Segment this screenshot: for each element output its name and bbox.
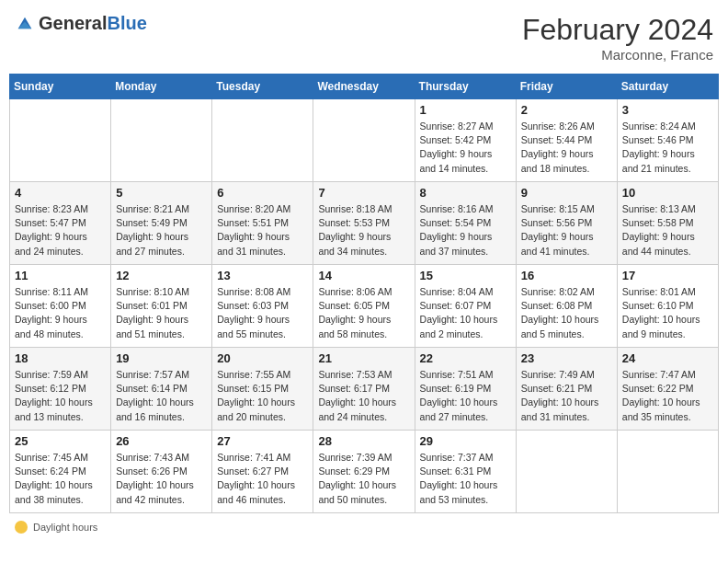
- location-subtitle: Marconne, France: [522, 47, 713, 63]
- calendar-day-7: 7Sunrise: 8:18 AM Sunset: 5:53 PM Daylig…: [313, 182, 415, 265]
- day-info: Sunrise: 8:13 AM Sunset: 5:58 PM Dayligh…: [622, 202, 713, 259]
- day-info: Sunrise: 7:39 AM Sunset: 6:29 PM Dayligh…: [318, 451, 409, 507]
- day-number: 11: [15, 269, 106, 282]
- day-info: Sunrise: 8:21 AM Sunset: 5:49 PM Dayligh…: [116, 202, 207, 259]
- day-number: 2: [521, 103, 612, 117]
- logo-text: GeneralBlue: [39, 13, 147, 34]
- calendar-day-6: 6Sunrise: 8:20 AM Sunset: 5:51 PM Daylig…: [212, 182, 313, 265]
- day-info: Sunrise: 8:24 AM Sunset: 5:46 PM Dayligh…: [622, 120, 713, 176]
- month-year-title: February 2024: [522, 13, 713, 47]
- day-info: Sunrise: 8:06 AM Sunset: 6:05 PM Dayligh…: [318, 285, 409, 341]
- day-number: 9: [521, 186, 612, 200]
- day-number: 29: [420, 434, 511, 448]
- day-info: Sunrise: 7:41 AM Sunset: 6:27 PM Dayligh…: [217, 451, 308, 507]
- title-area: February 2024 Marconne, France: [522, 13, 713, 63]
- calendar-empty-cell: [212, 99, 313, 182]
- day-number: 4: [15, 186, 106, 200]
- calendar-day-4: 4Sunrise: 8:23 AM Sunset: 5:47 PM Daylig…: [10, 182, 111, 265]
- calendar-week-row: 4Sunrise: 8:23 AM Sunset: 5:47 PM Daylig…: [10, 182, 719, 265]
- calendar-day-22: 22Sunrise: 7:51 AM Sunset: 6:19 PM Dayli…: [415, 348, 516, 431]
- weekday-header-row: SundayMondayTuesdayWednesdayThursdayFrid…: [10, 75, 719, 99]
- day-number: 21: [318, 351, 409, 365]
- calendar-day-25: 25Sunrise: 7:45 AM Sunset: 6:24 PM Dayli…: [10, 431, 111, 513]
- day-number: 27: [217, 434, 308, 448]
- logo-general: General: [39, 13, 107, 33]
- calendar-day-8: 8Sunrise: 8:16 AM Sunset: 5:54 PM Daylig…: [415, 182, 516, 265]
- day-number: 1: [420, 103, 511, 117]
- calendar-day-19: 19Sunrise: 7:57 AM Sunset: 6:14 PM Dayli…: [111, 348, 212, 431]
- day-number: 8: [420, 186, 511, 200]
- day-info: Sunrise: 7:53 AM Sunset: 6:17 PM Dayligh…: [318, 368, 409, 424]
- day-info: Sunrise: 8:26 AM Sunset: 5:44 PM Dayligh…: [521, 120, 612, 176]
- calendar-empty-cell: [111, 99, 212, 182]
- calendar-day-18: 18Sunrise: 7:59 AM Sunset: 6:12 PM Dayli…: [10, 348, 111, 431]
- day-info: Sunrise: 8:23 AM Sunset: 5:47 PM Dayligh…: [15, 202, 106, 259]
- weekday-header-wednesday: Wednesday: [313, 75, 415, 99]
- day-info: Sunrise: 7:51 AM Sunset: 6:19 PM Dayligh…: [420, 368, 511, 424]
- weekday-header-saturday: Saturday: [617, 75, 718, 99]
- day-info: Sunrise: 7:43 AM Sunset: 6:26 PM Dayligh…: [116, 451, 207, 507]
- calendar-day-16: 16Sunrise: 8:02 AM Sunset: 6:08 PM Dayli…: [516, 265, 617, 348]
- calendar-day-28: 28Sunrise: 7:39 AM Sunset: 6:29 PM Dayli…: [313, 431, 415, 513]
- day-info: Sunrise: 7:37 AM Sunset: 6:31 PM Dayligh…: [420, 451, 511, 507]
- day-info: Sunrise: 7:45 AM Sunset: 6:24 PM Dayligh…: [15, 451, 106, 507]
- day-number: 14: [318, 269, 409, 282]
- calendar-day-5: 5Sunrise: 8:21 AM Sunset: 5:49 PM Daylig…: [111, 182, 212, 265]
- day-info: Sunrise: 8:20 AM Sunset: 5:51 PM Dayligh…: [217, 202, 308, 259]
- calendar-day-27: 27Sunrise: 7:41 AM Sunset: 6:27 PM Dayli…: [212, 431, 313, 513]
- calendar-day-17: 17Sunrise: 8:01 AM Sunset: 6:10 PM Dayli…: [617, 265, 718, 348]
- weekday-header-thursday: Thursday: [415, 75, 516, 99]
- day-number: 26: [116, 434, 207, 448]
- day-number: 12: [116, 269, 207, 282]
- day-number: 7: [318, 186, 409, 200]
- day-number: 6: [217, 186, 308, 200]
- day-info: Sunrise: 8:08 AM Sunset: 6:03 PM Dayligh…: [217, 285, 308, 341]
- calendar-day-24: 24Sunrise: 7:47 AM Sunset: 6:22 PM Dayli…: [617, 348, 718, 431]
- weekday-header-friday: Friday: [516, 75, 617, 99]
- calendar-day-1: 1Sunrise: 8:27 AM Sunset: 5:42 PM Daylig…: [415, 99, 516, 182]
- day-info: Sunrise: 8:01 AM Sunset: 6:10 PM Dayligh…: [622, 285, 713, 341]
- day-number: 3: [622, 103, 713, 117]
- day-info: Sunrise: 7:55 AM Sunset: 6:15 PM Dayligh…: [217, 368, 308, 424]
- calendar-day-26: 26Sunrise: 7:43 AM Sunset: 6:26 PM Dayli…: [111, 431, 212, 513]
- calendar-day-3: 3Sunrise: 8:24 AM Sunset: 5:46 PM Daylig…: [617, 99, 718, 182]
- day-info: Sunrise: 7:57 AM Sunset: 6:14 PM Dayligh…: [116, 368, 207, 424]
- calendar-day-23: 23Sunrise: 7:49 AM Sunset: 6:21 PM Dayli…: [516, 348, 617, 431]
- calendar-empty-cell: [313, 99, 415, 182]
- day-number: 18: [15, 351, 106, 365]
- day-info: Sunrise: 8:18 AM Sunset: 5:53 PM Dayligh…: [318, 202, 409, 259]
- calendar-table: SundayMondayTuesdayWednesdayThursdayFrid…: [9, 74, 719, 513]
- day-number: 25: [15, 434, 106, 448]
- day-info: Sunrise: 7:49 AM Sunset: 6:21 PM Dayligh…: [521, 368, 612, 424]
- day-info: Sunrise: 8:04 AM Sunset: 6:07 PM Dayligh…: [420, 285, 511, 341]
- calendar-week-row: 18Sunrise: 7:59 AM Sunset: 6:12 PM Dayli…: [10, 348, 719, 431]
- calendar-day-20: 20Sunrise: 7:55 AM Sunset: 6:15 PM Dayli…: [212, 348, 313, 431]
- day-number: 23: [521, 351, 612, 365]
- day-info: Sunrise: 8:15 AM Sunset: 5:56 PM Dayligh…: [521, 202, 612, 259]
- calendar-day-12: 12Sunrise: 8:10 AM Sunset: 6:01 PM Dayli…: [111, 265, 212, 348]
- day-info: Sunrise: 7:47 AM Sunset: 6:22 PM Dayligh…: [622, 368, 713, 424]
- day-number: 13: [217, 269, 308, 282]
- legend: Daylight hours: [9, 519, 719, 535]
- day-number: 24: [622, 351, 713, 365]
- day-number: 17: [622, 269, 713, 282]
- day-info: Sunrise: 8:10 AM Sunset: 6:01 PM Dayligh…: [116, 285, 207, 341]
- day-number: 22: [420, 351, 511, 365]
- weekday-header-tuesday: Tuesday: [212, 75, 313, 99]
- day-number: 15: [420, 269, 511, 282]
- calendar-day-2: 2Sunrise: 8:26 AM Sunset: 5:44 PM Daylig…: [516, 99, 617, 182]
- calendar-empty-cell: [10, 99, 111, 182]
- day-number: 16: [521, 269, 612, 282]
- day-info: Sunrise: 7:59 AM Sunset: 6:12 PM Dayligh…: [15, 368, 106, 424]
- day-info: Sunrise: 8:16 AM Sunset: 5:54 PM Dayligh…: [420, 202, 511, 259]
- day-number: 10: [622, 186, 713, 200]
- day-info: Sunrise: 8:02 AM Sunset: 6:08 PM Dayligh…: [521, 285, 612, 341]
- calendar-day-15: 15Sunrise: 8:04 AM Sunset: 6:07 PM Dayli…: [415, 265, 516, 348]
- calendar-day-13: 13Sunrise: 8:08 AM Sunset: 6:03 PM Dayli…: [212, 265, 313, 348]
- day-number: 20: [217, 351, 308, 365]
- calendar-week-row: 25Sunrise: 7:45 AM Sunset: 6:24 PM Dayli…: [10, 431, 719, 513]
- calendar-day-11: 11Sunrise: 8:11 AM Sunset: 6:00 PM Dayli…: [10, 265, 111, 348]
- day-info: Sunrise: 8:27 AM Sunset: 5:42 PM Dayligh…: [420, 120, 511, 176]
- day-number: 28: [318, 434, 409, 448]
- calendar-week-row: 11Sunrise: 8:11 AM Sunset: 6:00 PM Dayli…: [10, 265, 719, 348]
